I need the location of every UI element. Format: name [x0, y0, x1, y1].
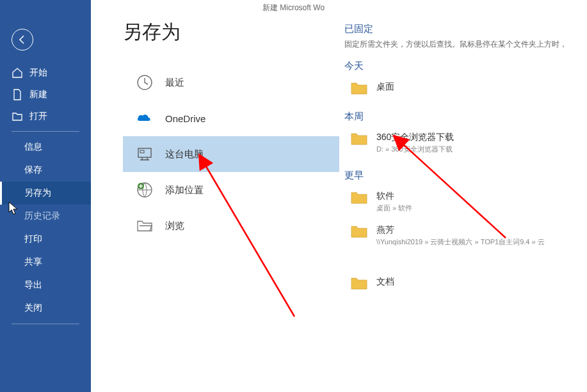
nav-save-label: 保存: [24, 164, 42, 176]
browse-folder-icon: [136, 217, 154, 235]
location-thispc-label: 这台电脑: [165, 148, 204, 161]
nav-export-label: 导出: [24, 279, 42, 291]
folder-name: 燕芳: [376, 224, 545, 236]
nav-open-label: 打开: [29, 111, 47, 122]
folder-name: 文档: [376, 276, 394, 288]
folder-desktop[interactable]: 桌面: [344, 76, 587, 102]
backstage-sidebar: 开始 新建 打开 信息 保存 另存为 历史记录 打印 共享 导出 关闭: [0, 0, 91, 392]
folder-path: \\Yunqishi2019 » 云骑士视频六 » TOP1自主词9.4 » 云: [376, 237, 545, 247]
location-recent[interactable]: 最近: [123, 65, 339, 100]
folder-docs[interactable]: 文档: [344, 271, 587, 297]
location-addplace-label: 添加位置: [165, 184, 204, 196]
nav-info-label: 信息: [24, 141, 42, 153]
folder-path: 桌面 » 软件: [376, 203, 412, 213]
nav-saveas[interactable]: 另存为: [0, 182, 91, 205]
nav-save[interactable]: 保存: [0, 159, 91, 182]
page-title: 另存为: [123, 19, 339, 45]
section-pinned-desc: 固定所需文件夹，方便以后查找。鼠标悬停在某个文件夹上方时，: [344, 39, 587, 50]
folder-yanfang[interactable]: 燕芳 \\Yunqishi2019 » 云骑士视频六 » TOP1自主词9.4 …: [344, 219, 587, 253]
nav-info[interactable]: 信息: [0, 136, 91, 159]
nav-saveas-label: 另存为: [24, 187, 51, 199]
folder-name: 桌面: [376, 81, 394, 93]
nav-open[interactable]: 打开: [0, 106, 91, 127]
nav-print[interactable]: 打印: [0, 228, 91, 251]
section-today: 今天: [344, 60, 587, 72]
folder-software[interactable]: 软件 桌面 » 软件: [344, 185, 587, 219]
nav-share[interactable]: 共享: [0, 251, 91, 274]
nav-home[interactable]: 开始: [0, 62, 91, 84]
svg-rect-2: [140, 150, 144, 153]
nav-history[interactable]: 历史记录: [0, 205, 91, 228]
folder-icon: [351, 132, 367, 146]
back-button[interactable]: [12, 29, 33, 51]
location-thispc[interactable]: 这台电脑: [123, 136, 339, 172]
location-onedrive[interactable]: OneDrive: [123, 100, 339, 136]
section-pinned: 已固定: [344, 23, 587, 35]
location-addplace[interactable]: 添加位置: [123, 172, 339, 208]
main-content: 另存为 最近 OneDrive 这台电脑 添加位置: [91, 0, 587, 392]
pc-icon: [136, 145, 154, 163]
back-arrow-icon: [17, 35, 28, 45]
open-folder-icon: [12, 111, 23, 122]
location-recent-label: 最近: [165, 77, 184, 89]
add-place-icon: [136, 181, 154, 199]
folder-icon: [351, 276, 367, 290]
location-onedrive-label: OneDrive: [165, 113, 205, 124]
titlebar: 新建 Microsoft Wo: [0, 0, 587, 13]
folder-icon: [351, 191, 367, 205]
nav-divider: [12, 324, 79, 324]
folder-360browser[interactable]: 360安全浏览器下载 D: » 360安全浏览器下载: [344, 127, 587, 161]
nav-divider: [12, 131, 79, 132]
folder-list-panel: 已固定 固定所需文件夹，方便以后查找。鼠标悬停在某个文件夹上方时， 今天 桌面 …: [339, 19, 587, 392]
new-doc-icon: [12, 89, 23, 100]
nav-share-label: 共享: [24, 256, 42, 268]
folder-name: 360安全浏览器下载: [376, 132, 454, 143]
nav-print-label: 打印: [24, 233, 42, 245]
nav-export[interactable]: 导出: [0, 274, 91, 297]
nav-history-label: 历史记录: [24, 210, 60, 222]
nav-close[interactable]: 关闭: [0, 297, 91, 320]
home-icon: [12, 67, 23, 79]
location-browse[interactable]: 浏览: [123, 208, 339, 244]
folder-name: 软件: [376, 191, 412, 202]
folder-path: D: » 360安全浏览器下载: [376, 145, 454, 154]
section-thisweek: 本周: [344, 111, 587, 123]
nav-home-label: 开始: [29, 67, 47, 79]
nav-new[interactable]: 新建: [0, 84, 91, 106]
location-browse-label: 浏览: [165, 220, 184, 232]
folder-icon: [351, 224, 367, 239]
folder-icon: [351, 81, 367, 95]
clock-icon: [136, 74, 154, 91]
nav-new-label: 新建: [29, 89, 47, 100]
section-older: 更早: [344, 169, 587, 182]
nav-close-label: 关闭: [24, 302, 42, 314]
onedrive-icon: [136, 109, 154, 127]
